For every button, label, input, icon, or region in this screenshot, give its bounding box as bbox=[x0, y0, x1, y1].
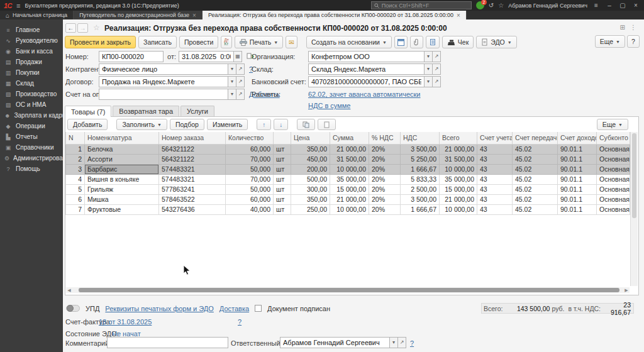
cell-vat[interactable]: 3 500,00 bbox=[401, 194, 440, 204]
column-header[interactable]: Счет передачи bbox=[513, 132, 558, 144]
cell-acc_transfer[interactable]: 45.02 bbox=[513, 194, 558, 204]
cell-sum[interactable]: 10 000,00 bbox=[330, 164, 369, 174]
close-tab-icon[interactable]: × bbox=[457, 12, 460, 19]
cell-vat_pct[interactable]: 20% bbox=[369, 184, 401, 194]
cell-n[interactable]: 3 bbox=[66, 164, 85, 174]
cell-acc_income[interactable]: 90.01.1 bbox=[558, 194, 597, 204]
responsible-field[interactable] bbox=[280, 337, 390, 348]
sidebar-item-assets[interactable]: ▨ОС и НМА bbox=[0, 99, 63, 110]
cell-total[interactable]: 31 500,00 bbox=[440, 154, 477, 164]
cell-vat[interactable]: 5 833,33 bbox=[401, 174, 440, 184]
close-tab-icon[interactable]: × bbox=[192, 12, 196, 19]
responsible-help[interactable]: ? bbox=[410, 339, 414, 347]
sidebar-item-directories[interactable]: ▣Справочники bbox=[0, 142, 63, 153]
column-header[interactable]: % НДС bbox=[369, 132, 401, 144]
open-icon[interactable]: ↗ bbox=[236, 89, 245, 100]
payment-invoice-field[interactable] bbox=[99, 89, 228, 100]
choose-icon[interactable]: ▾ bbox=[424, 76, 433, 87]
tab-goods[interactable]: Товары (7) bbox=[65, 106, 111, 117]
create-based-on-button[interactable]: Создать на основании▼ bbox=[306, 36, 392, 48]
cell-vat[interactable]: 1 666,67 bbox=[401, 204, 440, 214]
cell-order[interactable]: 543276436 bbox=[159, 204, 226, 214]
edo-button[interactable]: ЭДО▼ bbox=[476, 36, 516, 48]
horizontal-scrollbar[interactable]: ◀ ▶ bbox=[66, 287, 630, 293]
choose-icon[interactable]: ▾ bbox=[424, 51, 433, 62]
pick-button[interactable]: Подбор bbox=[170, 119, 204, 130]
cell-name[interactable]: Белочка bbox=[85, 144, 159, 154]
cell-qty[interactable]: 50,000 bbox=[226, 184, 274, 194]
cell-price[interactable]: 250,00 bbox=[291, 204, 330, 214]
tab-document[interactable]: Реализация: Отгрузка без перехода права … bbox=[203, 11, 467, 19]
history-icon[interactable]: ↺ bbox=[489, 2, 494, 9]
cell-unit[interactable]: шт bbox=[274, 164, 291, 174]
cell-total[interactable]: 10 000,00 bbox=[440, 204, 477, 214]
cell-price[interactable]: 300,00 bbox=[291, 184, 330, 194]
cell-acc_transfer[interactable]: 45.02 bbox=[513, 144, 558, 154]
cell-acc_income[interactable]: 90.01.1 bbox=[558, 144, 597, 154]
main-menu-icon[interactable]: ≡ bbox=[16, 2, 20, 9]
star-icon[interactable]: ☆ bbox=[93, 23, 100, 32]
cell-vat[interactable]: 2 500,00 bbox=[401, 184, 440, 194]
cell-vat_pct[interactable]: 20% bbox=[369, 204, 401, 214]
restore-icon[interactable]: ▢ bbox=[618, 2, 627, 9]
sidebar-item-production[interactable]: ▧Производство bbox=[0, 89, 63, 99]
print-forms-link[interactable]: Реквизиты печатных форм и ЭДО bbox=[105, 305, 214, 312]
cell-unit[interactable]: шт bbox=[274, 154, 291, 164]
column-header[interactable]: Номенклатура bbox=[85, 132, 159, 144]
open-in-window-icon[interactable]: ⊞ bbox=[620, 24, 625, 31]
vat-in-sum-link[interactable]: НДС в сумме bbox=[308, 102, 350, 109]
cell-unit[interactable]: шт bbox=[274, 144, 291, 154]
table-row[interactable]: 1Белочка56432112260,000шт350,0021 000,00… bbox=[66, 144, 630, 154]
cell-acc[interactable]: 43 bbox=[477, 154, 513, 164]
column-header[interactable]: НДС bbox=[401, 132, 440, 144]
cell-n[interactable]: 4 bbox=[66, 174, 85, 184]
more-button[interactable]: Еще▼ bbox=[595, 35, 625, 48]
choose-icon[interactable]: ▾ bbox=[228, 89, 236, 100]
cell-total[interactable]: 21 000,00 bbox=[440, 144, 477, 154]
cell-acc[interactable]: 43 bbox=[477, 174, 513, 184]
column-header[interactable]: Цена bbox=[291, 132, 330, 144]
document-signed-checkbox[interactable] bbox=[255, 305, 262, 312]
cell-acc_transfer[interactable]: 45.02 bbox=[513, 204, 558, 214]
choose-icon[interactable]: ▾ bbox=[228, 63, 236, 75]
fill-button[interactable]: Заполнить▼ bbox=[116, 119, 167, 130]
settlements-link[interactable]: 62.02, зачет аванса автоматически bbox=[308, 91, 421, 98]
bank-account-field[interactable] bbox=[308, 76, 425, 87]
cell-unit[interactable]: шт bbox=[274, 194, 291, 204]
cell-acc_transfer[interactable]: 45.02 bbox=[513, 184, 558, 194]
invoice-link[interactable]: 18 от 31.08.2025 bbox=[99, 318, 152, 326]
comment-input[interactable] bbox=[107, 337, 228, 348]
attachments-button[interactable] bbox=[410, 36, 423, 48]
column-header[interactable] bbox=[274, 132, 291, 144]
sidebar-item-main[interactable]: ≡Главное bbox=[0, 25, 63, 35]
tab-services[interactable]: Услуги bbox=[180, 106, 214, 116]
cell-n[interactable]: 5 bbox=[66, 184, 85, 194]
cell-vat_pct[interactable]: 20% bbox=[369, 174, 401, 184]
open-icon[interactable]: ↗ bbox=[236, 76, 245, 87]
cell-sum[interactable]: 21 000,00 bbox=[330, 144, 369, 154]
sidebar-item-purchases[interactable]: ▥Покупки bbox=[0, 67, 63, 78]
counterparty-field[interactable] bbox=[99, 63, 228, 75]
cell-order[interactable]: 574483321 bbox=[159, 164, 226, 174]
cell-order[interactable]: 564321122 bbox=[159, 154, 226, 164]
cell-sum[interactable]: 35 000,00 bbox=[330, 174, 369, 184]
column-header[interactable]: Субконто bbox=[597, 132, 630, 144]
choose-icon[interactable]: ▾ bbox=[424, 63, 433, 75]
sidebar-item-manager[interactable]: ∿Руководителю bbox=[0, 35, 63, 46]
cell-vat[interactable]: 5 250,00 bbox=[401, 154, 440, 164]
show-postings-button[interactable]: ДтКт bbox=[221, 36, 231, 48]
check-button[interactable]: Чек bbox=[442, 36, 474, 48]
cell-n[interactable]: 7 bbox=[66, 204, 85, 214]
cell-unit[interactable]: шт bbox=[274, 184, 291, 194]
cell-acc_income[interactable]: 90.01.1 bbox=[558, 154, 597, 164]
cell-name[interactable]: Фруктовые bbox=[85, 204, 159, 214]
delivery-link[interactable]: Доставка bbox=[219, 305, 249, 312]
cell-acc[interactable]: 43 bbox=[477, 194, 513, 204]
open-icon[interactable]: ↗ bbox=[432, 76, 441, 87]
cell-name[interactable]: Вишня в коньяке bbox=[85, 174, 159, 184]
cell-acc_transfer[interactable]: 45.02 bbox=[513, 154, 558, 164]
contract-field[interactable] bbox=[99, 76, 228, 87]
close-icon[interactable]: × bbox=[631, 2, 640, 9]
cell-n[interactable]: 2 bbox=[66, 154, 85, 164]
open-icon[interactable]: ↗ bbox=[432, 51, 441, 62]
